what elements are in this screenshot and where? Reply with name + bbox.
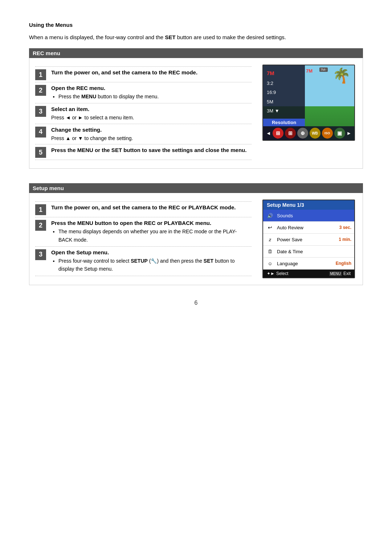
footer-exit-label: Exit [343,271,351,276]
rec-step-2-number: 2 [35,85,46,96]
intro-text: When a menu is displayed, the four-way c… [29,33,363,42]
datetime-label: Date & Time [277,249,348,254]
autoreview-icon: ↩ [266,223,274,231]
rec-step-3-content: Select an item. Press ◄ or ► to select a… [51,105,252,122]
rec-step-5-content: Press the MENU or the SET button to save… [51,146,252,155]
rec-step-2-content: Open the REC menu. Press the MENU button… [51,84,252,101]
rec-step-4: 4 Change the setting. Press ▲ or ▼ to ch… [35,126,252,142]
footer-select-label: Select [276,271,288,276]
rec-step-4-body: Press ▲ or ▼ to change the setting. [51,134,252,142]
setup-camera-screen: Setup Menu 1/3 🔊 Sounds ↩ Auto Review 3 … [262,200,357,278]
rec-step-3-title: Select an item. [51,106,252,112]
rec-step-1-title: Turn the power on, and set the camera to… [51,69,252,75]
setup-step-1-number: 1 [35,204,46,215]
language-label: Language [277,261,333,266]
setup-step-1-title: Turn the power on, and set the camera to… [51,204,252,210]
footer-exit: MENU Exit [329,271,351,276]
rec-step-5-number: 5 [35,147,46,158]
setup-row-datetime: 🗓 Date & Time [263,246,354,258]
rec-step-3-number: 3 [35,106,46,117]
powersave-value: 1 min. [339,237,351,242]
icon-plus: ⊕ [297,128,308,139]
rec-step-2-title: Open the REC menu. [51,85,252,91]
arrow-left-icon: ◄ [266,130,271,136]
powersave-label: Power Save [277,237,336,242]
language-value: English [336,261,351,266]
setup-step-3: 3 Open the Setup menu. Press four-way co… [35,249,252,274]
rec-menu-3m: 3M ▼ [263,106,305,116]
rec-steps-column: 1 Turn the power on, and set the camera … [35,65,252,162]
sounds-label: Sounds [277,213,348,218]
setup-steps-column: 1 Turn the power on, and set the camera … [35,200,252,278]
language-icon: ☺ [266,259,274,267]
rec-step-4-content: Change the setting. Press ▲ or ▼ to chan… [51,126,252,142]
arrow-right-icon: ► [347,130,352,136]
rec-bottom-bar: ◄ ⊞ ⊞ ⊕ WB ISO ▣ ► [263,126,354,140]
section-title: Using the Menus [29,22,363,28]
rec-menu-7m: 7M [263,68,305,79]
menu-badge: MENU [329,271,342,276]
setup-step-3-body: Press four-way control to select SETUP (… [51,257,252,273]
rec-menu-169: 16:9 [263,88,305,97]
rec-step-4-title: Change the setting. [51,127,252,133]
footer-select: ✦► Select [267,271,288,276]
autoreview-label: Auto Review [277,225,336,230]
page-number: 6 [29,300,363,306]
icon-grid2: ⊞ [285,128,296,139]
rec-top-icon-badge: 7M↑ [319,67,328,72]
setup-step-2-title: Press the MENU button to open the REC or… [51,220,252,226]
rec-resolution-label: Resolution [263,119,305,126]
rec-camera-screen: 🌴 7M 3:2 16:9 5M 3M ▼ Resolution 7M 7M↑ … [262,65,357,141]
setup-step-3-content: Open the Setup menu. Press four-way cont… [51,249,252,274]
rec-step-5-title: Press the MENU or the SET button to save… [51,147,252,153]
rec-step-3-body: Press ◄ or ► to select a menu item. [51,114,252,122]
setup-step-3-number: 3 [35,249,46,260]
setup-step-2-body: The menu displays depends on whether you… [51,227,252,244]
setup-row-autoreview: ↩ Auto Review 3 sec. [263,222,354,234]
icon-box: ▣ [334,128,345,139]
rec-step-2-body: Press the MENU button to display the men… [51,93,252,100]
setup-step-2-content: Press the MENU button to open the REC or… [51,219,252,245]
setup-step-1-content: Turn the power on, and set the camera to… [51,204,252,212]
rec-step-5: 5 Press the MENU or the SET button to sa… [35,146,252,158]
icon-iso: ISO [322,128,333,139]
rec-menu-5m: 5M [263,97,305,107]
rec-step-2: 2 Open the REC menu. Press the MENU butt… [35,84,252,101]
rec-menu-section: REC menu 1 Turn the power on, and set th… [29,48,363,169]
setup-screen-header: Setup Menu 1/3 [263,200,354,210]
icon-grid: ⊞ [273,128,283,139]
setup-screen-footer: ✦► Select MENU Exit [263,270,354,278]
setup-step-1: 1 Turn the power on, and set the camera … [35,204,252,215]
icon-wb: WB [310,128,320,139]
palm-tree-icon: 🌴 [332,67,351,84]
rec-step-1-number: 1 [35,69,46,80]
datetime-icon: 🗓 [266,247,274,255]
setup-menu-section: Setup menu 1 Turn the power on, and set … [29,183,363,285]
rec-top-7m-label: 7M [306,68,313,74]
rec-menu-header: REC menu [29,48,363,58]
setup-row-language: ☺ Language English [263,258,354,270]
rec-step-1: 1 Turn the power on, and set the camera … [35,69,252,80]
autoreview-value: 3 sec. [339,225,351,230]
setup-step-2-number: 2 [35,220,46,231]
setup-menu-header: Setup menu [29,183,363,193]
rec-step-3: 3 Select an item. Press ◄ or ► to select… [35,105,252,122]
setup-row-powersave: z Power Save 1 min. [263,234,354,246]
setup-step-3-title: Open the Setup menu. [51,249,252,255]
rec-step-4-number: 4 [35,127,46,138]
powersave-icon: z [266,235,274,243]
rec-step-1-content: Turn the power on, and set the camera to… [51,69,252,77]
setup-row-sounds: 🔊 Sounds [263,210,354,222]
select-arrow-icon: ✦► [267,271,275,276]
sounds-icon: 🔊 [266,212,274,219]
setup-step-2: 2 Press the MENU button to open the REC … [35,219,252,245]
rec-menu-32: 3:2 [263,79,305,88]
